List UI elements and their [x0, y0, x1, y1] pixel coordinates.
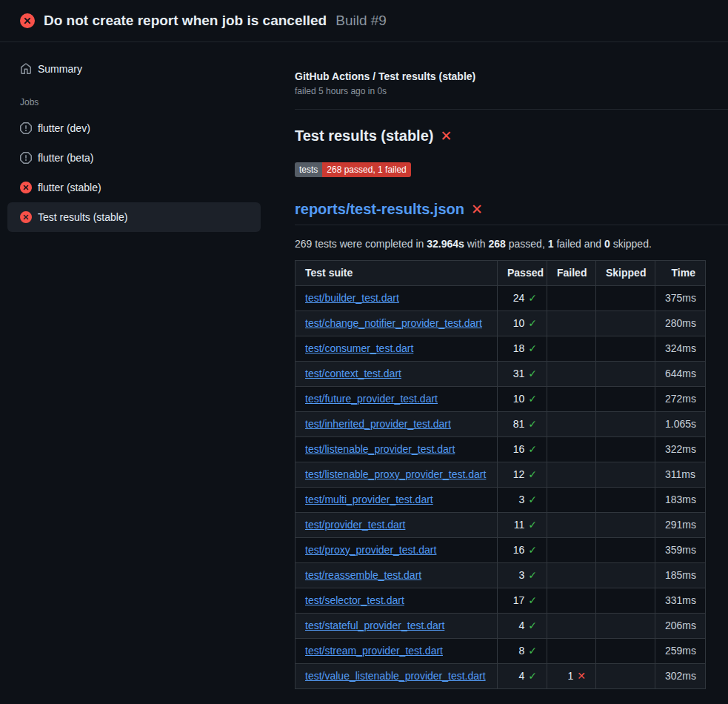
- time-cell: 280ms: [655, 311, 706, 336]
- test-suite-link[interactable]: test/value_listenable_provider_test.dart: [305, 670, 486, 682]
- passed-cell: 16✓: [498, 437, 547, 462]
- passed-count: 10: [513, 393, 525, 405]
- failed-cell: [547, 437, 596, 462]
- report-link[interactable]: reports/test-results.json: [295, 201, 464, 218]
- time-cell: 322ms: [655, 437, 706, 462]
- table-row: test/stateful_provider_test.dart4✓206ms: [295, 614, 706, 639]
- test-suite-cell: test/stateful_provider_test.dart: [295, 614, 498, 639]
- badge-label: tests: [295, 162, 322, 177]
- failed-cell: [547, 488, 596, 513]
- table-row: test/context_test.dart31✓644ms: [295, 362, 706, 387]
- test-suite-link[interactable]: test/multi_provider_test.dart: [305, 494, 433, 505]
- sidebar-item-flutter-stable[interactable]: flutter (stable): [7, 173, 261, 202]
- skipped-cell: [596, 286, 655, 311]
- x-icon: ✕: [577, 670, 586, 682]
- summary-value: 32.964s: [427, 238, 464, 250]
- failed-cell: [547, 639, 596, 664]
- sidebar-item-test-results-stable[interactable]: Test results (stable): [7, 202, 261, 232]
- sidebar-item-flutter-dev[interactable]: flutter (dev): [7, 113, 261, 143]
- passed-cell: 4✓: [498, 664, 547, 689]
- summary-text: failed and: [554, 238, 605, 250]
- table-header-row: Test suite Passed Failed Skipped Time: [295, 261, 706, 286]
- failed-cell: [547, 588, 596, 614]
- check-icon: ✓: [528, 418, 537, 430]
- test-suite-link[interactable]: test/stateful_provider_test.dart: [305, 620, 444, 631]
- test-suite-link[interactable]: test/inherited_provider_test.dart: [305, 418, 451, 430]
- passed-cell: 4✓: [498, 614, 547, 639]
- skipped-cell: [596, 614, 655, 639]
- test-suite-cell: test/consumer_test.dart: [295, 336, 498, 362]
- test-suite-cell: test/builder_test.dart: [295, 286, 498, 311]
- home-icon: [20, 63, 32, 75]
- passed-count: 12: [513, 468, 525, 480]
- summary-text: skipped.: [610, 238, 652, 250]
- test-suite-link[interactable]: test/listenable_provider_test.dart: [305, 443, 455, 455]
- summary-value: 1: [548, 238, 554, 250]
- col-header-time: Time: [655, 261, 706, 286]
- passed-cell: 11✓: [498, 513, 547, 538]
- table-row: test/consumer_test.dart18✓324ms: [295, 336, 706, 362]
- passed-cell: 24✓: [498, 286, 547, 311]
- fail-x-icon: ✕: [440, 129, 452, 143]
- table-row: test/builder_test.dart24✓375ms: [295, 286, 706, 311]
- cancelled-icon: [20, 152, 32, 164]
- failed-cell: [547, 462, 596, 488]
- test-suite-link[interactable]: test/selector_test.dart: [305, 594, 404, 606]
- test-suite-link[interactable]: test/context_test.dart: [305, 368, 401, 379]
- test-suite-link[interactable]: test/proxy_provider_test.dart: [305, 544, 436, 556]
- failed-cell: [547, 311, 596, 336]
- check-icon: ✓: [528, 670, 537, 682]
- test-suite-cell: test/change_notifier_provider_test.dart: [295, 311, 498, 336]
- check-icon: ✓: [528, 519, 537, 531]
- test-suite-link[interactable]: test/reassemble_test.dart: [305, 569, 421, 581]
- table-row: test/value_listenable_provider_test.dart…: [295, 664, 706, 689]
- table-row: test/listenable_proxy_provider_test.dart…: [295, 462, 706, 488]
- table-row: test/change_notifier_provider_test.dart1…: [295, 311, 706, 336]
- failed-icon: [20, 211, 32, 223]
- passed-cell: 3✓: [498, 563, 547, 588]
- col-header-skipped: Skipped: [596, 261, 655, 286]
- table-row: test/future_provider_test.dart10✓272ms: [295, 387, 706, 412]
- skipped-cell: [596, 538, 655, 563]
- test-suite-link[interactable]: test/future_provider_test.dart: [305, 393, 438, 405]
- passed-cell: 17✓: [498, 588, 547, 614]
- section-title-row: Test results (stable) ✕: [295, 127, 728, 145]
- col-header-test-suite: Test suite: [295, 261, 498, 286]
- failed-cell: [547, 286, 596, 311]
- time-cell: 272ms: [655, 387, 706, 412]
- sidebar-item-flutter-beta[interactable]: flutter (beta): [7, 143, 261, 173]
- main-content: GitHub Actions / Test results (stable) f…: [274, 42, 728, 689]
- badge-value: 268 passed, 1 failed: [322, 162, 410, 177]
- table-row: test/selector_test.dart17✓331ms: [295, 588, 706, 614]
- test-suite-link[interactable]: test/builder_test.dart: [305, 292, 399, 304]
- passed-count: 11: [514, 519, 525, 531]
- passed-count: 81: [513, 418, 525, 430]
- sidebar-item-label: flutter (beta): [38, 150, 93, 165]
- summary-line: 269 tests were completed in 32.964s with…: [295, 238, 705, 250]
- test-suite-link[interactable]: test/provider_test.dart: [305, 519, 405, 531]
- build-number: Build #9: [335, 13, 387, 29]
- test-suite-link[interactable]: test/listenable_proxy_provider_test.dart: [305, 468, 486, 480]
- skipped-cell: [596, 664, 655, 689]
- time-cell: 644ms: [655, 362, 706, 387]
- table-row: test/multi_provider_test.dart3✓183ms: [295, 488, 706, 513]
- test-suite-cell: test/inherited_provider_test.dart: [295, 412, 498, 437]
- failed-cell: [547, 614, 596, 639]
- fail-x-icon: ✕: [471, 202, 483, 216]
- passed-count: 3: [518, 569, 524, 581]
- passed-cell: 3✓: [498, 488, 547, 513]
- test-suite-link[interactable]: test/change_notifier_provider_test.dart: [305, 317, 482, 329]
- time-cell: 302ms: [655, 664, 706, 689]
- time-cell: 324ms: [655, 336, 706, 362]
- test-suite-link[interactable]: test/stream_provider_test.dart: [305, 645, 443, 657]
- sidebar-item-summary[interactable]: Summary: [7, 54, 261, 84]
- passed-cell: 18✓: [498, 336, 547, 362]
- passed-cell: 10✓: [498, 311, 547, 336]
- time-cell: 1.065s: [655, 412, 706, 437]
- results-table: Test suite Passed Failed Skipped Time te…: [295, 260, 706, 689]
- test-suite-link[interactable]: test/consumer_test.dart: [305, 342, 413, 354]
- skipped-cell: [596, 488, 655, 513]
- cancelled-icon: [20, 122, 32, 134]
- passed-count: 24: [513, 292, 525, 304]
- page-header: Do not create report when job is cancell…: [0, 0, 728, 42]
